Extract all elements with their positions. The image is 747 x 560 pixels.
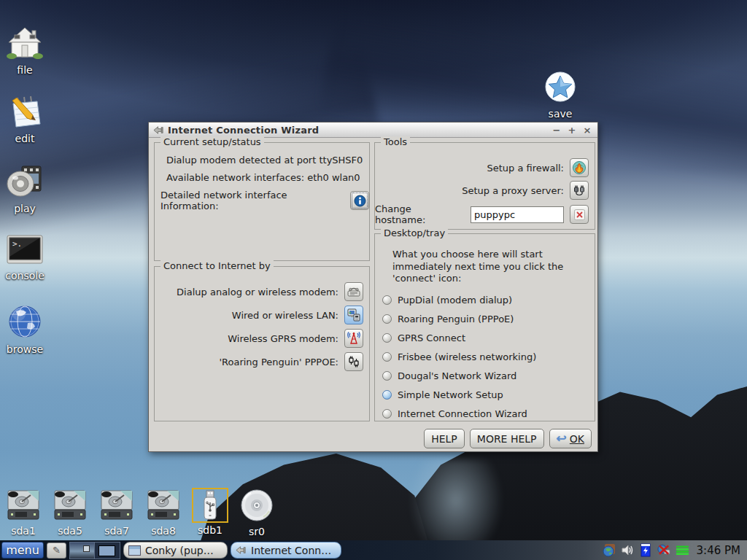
- radio-button-icon: [382, 314, 392, 324]
- drive-label: sda8: [141, 525, 186, 537]
- proxy-button[interactable]: [570, 181, 589, 200]
- tray-ethernet-bars-icon[interactable]: [676, 543, 689, 557]
- desktop-icon-play[interactable]: play: [1, 163, 49, 214]
- desktop-icon-file[interactable]: file: [1, 26, 49, 76]
- taskbar: menu ✎ Conky (puppypc) Internet Connec..…: [0, 540, 747, 560]
- desktop-icon-save[interactable]: save: [540, 71, 581, 120]
- pppoe-button[interactable]: [344, 352, 363, 371]
- tray-globe-icon[interactable]: [603, 543, 616, 557]
- dialup-modem-button[interactable]: [344, 282, 363, 301]
- gprs-modem-button[interactable]: [344, 329, 363, 348]
- desktop-icon-label: edit: [1, 133, 49, 144]
- speaker-media-icon: [6, 163, 44, 201]
- frame-legend: Desktop/tray: [381, 228, 448, 238]
- window-titlebar[interactable]: Internet Connection Wizard − + ×: [149, 122, 597, 138]
- pppoe-label: 'Roaring Penguin' PPPOE:: [219, 357, 338, 368]
- desktop-icon-edit[interactable]: edit: [1, 95, 49, 144]
- tray-intro-text: What you choose here will start immediat…: [392, 249, 570, 285]
- info-icon: [354, 195, 366, 207]
- firewall-button[interactable]: [570, 158, 589, 177]
- radio-pupdial[interactable]: PupDial (modem dialup): [375, 291, 595, 310]
- window-plug-icon: [153, 125, 164, 136]
- menu-button[interactable]: menu: [1, 542, 44, 559]
- radio-label: GPRS Connect: [398, 332, 465, 343]
- modem-status-text: Dialup modem detected at port ttySHSF0: [166, 155, 369, 166]
- window-body: Current setup/status Dialup modem detect…: [149, 138, 597, 451]
- radio-label: Internet Connection Wizard: [398, 408, 527, 419]
- interface-info-label: Detailed network interface Information:: [160, 190, 346, 211]
- tray-volume-icon[interactable]: [621, 543, 635, 557]
- drive-label: sdb1: [187, 524, 233, 536]
- desktop-icon-label: save: [540, 108, 581, 120]
- ok-button-label: OK: [570, 433, 584, 445]
- hdd-icon: [52, 488, 88, 523]
- maximize-button[interactable]: +: [566, 125, 578, 136]
- drive-icon-sda8[interactable]: sda8: [141, 488, 186, 537]
- workspace-2[interactable]: [95, 542, 120, 559]
- usb-stick-icon: [192, 488, 228, 523]
- more-help-button-label: MORE HELP: [477, 433, 537, 445]
- notes-applet-button[interactable]: ✎: [47, 542, 66, 559]
- radio-button-icon: [382, 352, 392, 362]
- tray-power-icon[interactable]: [639, 543, 653, 557]
- window-title: Internet Connection Wizard: [168, 125, 547, 136]
- radio-dougals-wizard[interactable]: Dougal's Network Wizard: [375, 367, 595, 386]
- current-setup-status-frame: Current setup/status Dialup modem detect…: [154, 142, 370, 261]
- drive-icon-sda7[interactable]: sda7: [94, 488, 139, 537]
- antenna-icon: [347, 331, 361, 346]
- radio-label: Simple Network Setup: [398, 389, 503, 400]
- hostname-label: Change hostname:: [375, 203, 465, 225]
- dialup-modem-label: Dialup analog or wireless modem:: [177, 287, 338, 298]
- minimize-button[interactable]: −: [551, 125, 562, 136]
- proxy-label: Setup a proxy server:: [462, 185, 564, 196]
- taskbar-item-internet-wizard[interactable]: Internet Connec...: [231, 542, 341, 559]
- desktop-icon-browse[interactable]: browse: [1, 304, 49, 355]
- desktop-icon-label: play: [1, 203, 49, 214]
- desktop-icon-console[interactable]: >. console: [1, 235, 49, 281]
- drive-icon-sr0[interactable]: sr0: [234, 488, 279, 537]
- radio-frisbee[interactable]: Frisbee (wireless networking): [375, 348, 595, 367]
- radio-button-icon: [382, 390, 392, 400]
- drive-icon-sdb1[interactable]: sdb1: [187, 488, 233, 537]
- radio-internet-connection-wizard[interactable]: Internet Connection Wizard: [375, 405, 595, 424]
- gprs-modem-label: Wireless GPRS modem:: [228, 333, 338, 344]
- clear-x-icon: [573, 209, 586, 221]
- mini-window-icon: [98, 545, 115, 556]
- radio-simple-network-setup[interactable]: Simple Network Setup: [375, 386, 595, 405]
- wired-lan-button[interactable]: [344, 306, 363, 324]
- interfaces-status-text: Available network interfaces: eth0 wlan0: [166, 172, 369, 183]
- tools-frame: Tools Setup a firewall: Setup a proxy: [374, 142, 595, 230]
- radio-gprs-connect[interactable]: GPRS Connect: [375, 329, 595, 348]
- ok-button[interactable]: ↩ OK: [549, 429, 592, 448]
- workspace-1[interactable]: [70, 542, 95, 559]
- radio-label: Frisbee (wireless networking): [398, 351, 536, 362]
- connect-to-internet-frame: Connect to Internet by Dialup analog or …: [154, 266, 370, 421]
- interface-info-button[interactable]: [350, 191, 369, 210]
- star-icon: [544, 71, 576, 106]
- radio-roaring-penguin[interactable]: Roaring Penguin (PPPoE): [375, 310, 595, 329]
- hdd-icon: [98, 488, 135, 523]
- return-arrow-icon: ↩: [557, 432, 567, 445]
- desktop-icon-label: browse: [1, 343, 49, 355]
- radio-button-icon: [382, 295, 392, 305]
- more-help-button[interactable]: MORE HELP: [470, 429, 544, 448]
- close-button[interactable]: ×: [581, 125, 593, 136]
- taskbar-item-label: Internet Connec...: [251, 545, 333, 556]
- drive-icon-sda1[interactable]: sda1: [1, 488, 46, 537]
- frame-legend: Current setup/status: [160, 136, 264, 147]
- drive-icon-sda5[interactable]: sda5: [47, 488, 93, 537]
- help-button[interactable]: HELP: [424, 429, 465, 448]
- window-plug-icon: [236, 545, 247, 556]
- taskbar-item-label: Conky (puppypc): [145, 545, 220, 556]
- drive-label: sda1: [1, 525, 46, 537]
- hostname-clear-button[interactable]: [570, 205, 589, 224]
- hostname-input[interactable]: [471, 206, 564, 223]
- taskbar-item-conky[interactable]: Conky (puppypc): [123, 542, 228, 559]
- frame-legend: Connect to Internet by: [160, 260, 274, 271]
- lan-computers-icon: [347, 308, 361, 322]
- system-tray: [603, 543, 689, 557]
- hdd-icon: [5, 488, 42, 523]
- tray-network-error-icon[interactable]: [657, 543, 671, 557]
- dialog-button-row: HELP MORE HELP ↩ OK: [424, 429, 592, 448]
- menu-button-label: menu: [6, 543, 39, 557]
